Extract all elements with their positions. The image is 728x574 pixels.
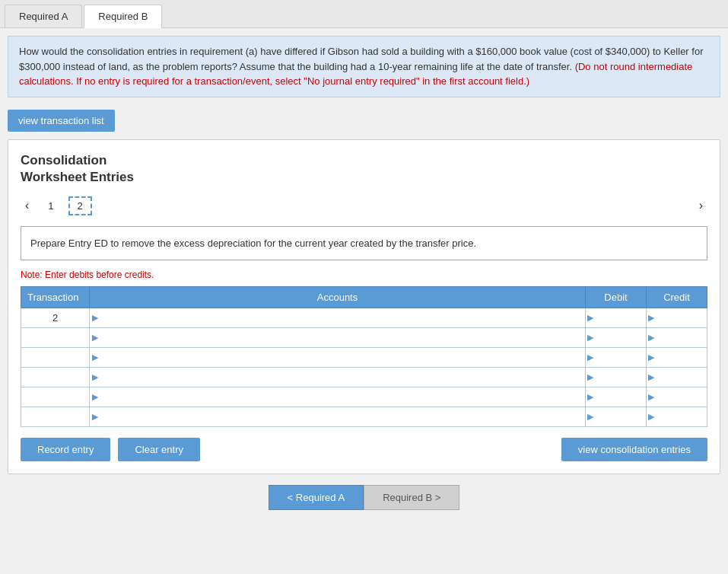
transaction-cell [21,407,90,427]
action-buttons: Record entry Clear entry view consolidat… [21,438,707,461]
table-row: ▶ ▶ ▶ [21,407,707,427]
transaction-cell [21,348,90,368]
tabs-bar: Required A Required B [0,0,728,28]
credit-cell[interactable]: ▶ [647,407,707,427]
credit-arrow-icon: ▶ [647,352,656,362]
debit-input[interactable] [595,308,646,327]
transaction-cell: 2 [21,308,90,328]
col-header-debit: Debit [586,287,647,308]
entry-table: Transaction Accounts Debit Credit 2 ▶ ▶ [21,286,707,427]
account-cell[interactable]: ▶ [90,348,586,368]
view-transaction-button[interactable]: view transaction list [8,110,115,132]
debit-arrow-icon: ▶ [586,392,595,402]
account-arrow-icon: ▶ [90,313,100,323]
next-page-arrow[interactable]: › [695,197,707,214]
account-input[interactable] [100,368,585,387]
account-arrow-icon: ▶ [90,392,100,402]
bottom-nav-required-b[interactable]: Required B > [364,485,459,510]
account-arrow-icon: ▶ [90,352,100,362]
account-input[interactable] [100,308,585,327]
credit-input[interactable] [656,387,707,407]
col-header-accounts: Accounts [90,287,586,308]
view-consolidation-button[interactable]: view consolidation entries [561,438,707,461]
account-cell[interactable]: ▶ [90,328,586,348]
tab-required-b[interactable]: Required B [84,5,162,28]
credit-arrow-icon: ▶ [647,333,656,343]
account-input[interactable] [100,348,585,367]
transaction-cell [21,328,90,348]
entry-description: Prepare Entry ED to remove the excess de… [21,226,707,261]
debit-arrow-icon: ▶ [586,333,595,343]
debit-cell[interactable]: ▶ [586,368,647,387]
credit-cell[interactable]: ▶ [647,328,707,348]
table-row: ▶ ▶ ▶ [21,348,707,368]
debit-cell[interactable]: ▶ [586,387,647,407]
account-cell[interactable]: ▶ [90,407,586,427]
debit-arrow-icon: ▶ [586,313,595,323]
main-card: Consolidation Worksheet Entries ‹ 1 2 › … [8,139,720,475]
table-row: ▶ ▶ ▶ [21,368,707,387]
debit-cell[interactable]: ▶ [586,308,647,328]
debit-input[interactable] [595,368,646,387]
prev-page-arrow[interactable]: ‹ [21,197,33,214]
debit-arrow-icon: ▶ [586,412,595,422]
page-1[interactable]: 1 [40,197,62,215]
account-input[interactable] [100,387,585,407]
table-row: ▶ ▶ ▶ [21,387,707,407]
account-cell[interactable]: ▶ [90,308,586,328]
debit-input[interactable] [595,328,646,347]
debit-cell[interactable]: ▶ [586,328,647,348]
page-2[interactable]: 2 [68,196,92,215]
credit-arrow-icon: ▶ [647,392,656,402]
debit-arrow-icon: ▶ [586,372,595,382]
record-entry-button[interactable]: Record entry [21,438,110,461]
transaction-cell [21,387,90,407]
bottom-navigation: < Required A Required B > [0,485,728,510]
transaction-cell [21,368,90,387]
bottom-nav-required-a[interactable]: < Required A [269,485,364,510]
debit-input[interactable] [595,387,646,407]
col-header-credit: Credit [647,287,707,308]
debit-cell[interactable]: ▶ [586,348,647,368]
credit-cell[interactable]: ▶ [647,368,707,387]
debit-input[interactable] [595,407,646,426]
debit-input[interactable] [595,348,646,367]
credit-arrow-icon: ▶ [647,313,656,323]
debit-arrow-icon: ▶ [586,352,595,362]
credit-arrow-icon: ▶ [647,372,656,382]
card-title: Consolidation Worksheet Entries [21,152,707,186]
account-cell[interactable]: ▶ [90,368,586,387]
credit-cell[interactable]: ▶ [647,387,707,407]
instructions-box: How would the consolidation entries in r… [8,36,720,97]
clear-entry-button[interactable]: Clear entry [118,438,200,461]
account-arrow-icon: ▶ [90,333,100,343]
table-row: ▶ ▶ ▶ [21,328,707,348]
credit-input[interactable] [656,328,707,347]
credit-cell[interactable]: ▶ [647,308,707,328]
account-arrow-icon: ▶ [90,412,100,422]
account-arrow-icon: ▶ [90,372,100,382]
credit-input[interactable] [656,348,707,367]
credit-input[interactable] [656,368,707,387]
col-header-transaction: Transaction [21,287,90,308]
credit-input[interactable] [656,407,707,426]
credit-input[interactable] [656,308,707,327]
account-cell[interactable]: ▶ [90,387,586,407]
debit-credit-note: Note: Enter debits before credits. [21,269,707,280]
account-input[interactable] [100,407,585,426]
tab-required-a[interactable]: Required A [5,5,82,27]
account-input[interactable] [100,328,585,347]
credit-cell[interactable]: ▶ [647,348,707,368]
pagination: ‹ 1 2 › [21,196,707,215]
table-row: 2 ▶ ▶ ▶ [21,308,707,328]
credit-arrow-icon: ▶ [647,412,656,422]
debit-cell[interactable]: ▶ [586,407,647,427]
